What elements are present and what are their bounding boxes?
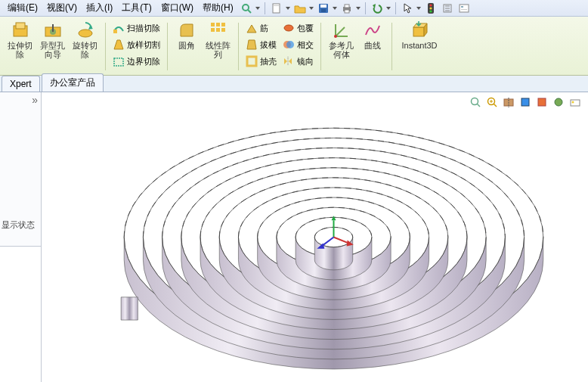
menubar: 编辑(E) 视图(V) 插入(I) 工具(T) 窗口(W) 帮助(H) (0, 0, 588, 17)
svg-rect-19 (16, 23, 25, 29)
svg-rect-8 (345, 5, 349, 8)
svg-rect-26 (216, 23, 220, 26)
new-doc-icon[interactable] (268, 2, 285, 15)
button-label: 旋转切 除 (73, 41, 97, 59)
svg-point-32 (284, 25, 293, 31)
svg-point-38 (334, 35, 337, 38)
chevron-down-icon[interactable] (416, 2, 422, 15)
svg-rect-39 (413, 27, 424, 36)
svg-line-65 (334, 238, 349, 244)
svg-line-37 (336, 27, 345, 36)
svg-rect-9 (345, 10, 349, 13)
linear-pattern-button[interactable]: 线性阵 列 (203, 20, 234, 73)
button-label: Instant3D (401, 41, 437, 50)
button-label: 相交 (297, 39, 314, 51)
chevron-down-icon[interactable] (385, 2, 392, 15)
shell-button[interactable]: 抽壳 (243, 53, 279, 70)
svg-rect-5 (320, 5, 326, 8)
menu-view[interactable]: 视图(V) (42, 0, 82, 16)
tab-office[interactable]: 办公室产品 (42, 73, 104, 92)
svg-point-13 (429, 10, 432, 12)
button-label: 参考几 何体 (329, 41, 354, 59)
svg-rect-16 (461, 6, 463, 8)
mirror-button[interactable]: 镜向 (280, 53, 316, 70)
svg-rect-29 (216, 28, 220, 32)
options-icon[interactable] (456, 2, 472, 15)
svg-point-11 (429, 4, 432, 6)
traffic-icon[interactable] (422, 2, 439, 15)
menu-tools[interactable]: 工具(T) (117, 0, 156, 16)
loft-cut-button[interactable]: 放样切割 (110, 36, 162, 53)
feature-tree-panel: » 显示状态 (0, 92, 42, 382)
svg-rect-23 (113, 30, 117, 33)
svg-rect-30 (221, 28, 225, 32)
tab-row: Xpert 办公室产品 (0, 76, 588, 92)
intersect-button[interactable]: 相交 (280, 36, 316, 53)
menu-insert[interactable]: 插入(I) (82, 0, 117, 16)
button-label: 线性阵 列 (206, 41, 231, 59)
ribbon-toolbar: 拉伸切 除 异型孔 向导 旋转切 除 扫描切除 放样切割 边界切除 圆角 线性阵… (0, 17, 588, 76)
main-area: » 显示状态 (0, 92, 588, 382)
svg-rect-17 (461, 9, 467, 10)
svg-point-12 (429, 7, 432, 9)
button-label: 镜向 (297, 56, 314, 67)
button-label: 拉伸切 除 (8, 41, 32, 59)
ref-geometry-button[interactable]: 参考几 何体 (326, 20, 357, 73)
svg-rect-15 (460, 5, 469, 12)
rebuild-icon[interactable] (439, 2, 456, 15)
button-label: 异型孔 向导 (40, 41, 65, 59)
svg-point-22 (79, 30, 92, 37)
button-label: 曲线 (364, 41, 381, 50)
curves-button[interactable]: 曲线 (358, 20, 387, 73)
tab-xpert[interactable]: Xpert (2, 76, 40, 92)
chevron-down-icon[interactable] (355, 2, 362, 15)
boundary-cut-button[interactable]: 边界切除 (110, 53, 162, 70)
select-icon[interactable] (399, 2, 416, 15)
collapse-icon[interactable]: » (32, 94, 38, 106)
draft-button[interactable]: 拔模 (243, 36, 279, 53)
svg-rect-6 (321, 9, 326, 12)
svg-rect-25 (211, 23, 215, 26)
svg-rect-31 (247, 57, 256, 66)
button-label: 拔模 (260, 39, 277, 51)
chevron-down-icon[interactable] (255, 2, 262, 15)
extrude-cut-button[interactable]: 拉伸切 除 (5, 20, 36, 73)
display-state-label: 显示状态 (2, 219, 35, 231)
sweep-cut-button[interactable]: 扫描切除 (110, 20, 162, 36)
svg-rect-24 (114, 58, 123, 66)
chevron-down-icon[interactable] (332, 2, 339, 15)
button-label: 抽壳 (260, 56, 277, 67)
button-label: 边界切除 (127, 56, 160, 67)
instant3d-button[interactable]: Instant3D (397, 20, 442, 73)
svg-rect-28 (211, 28, 215, 32)
open-icon[interactable] (292, 2, 308, 15)
chevron-down-icon[interactable] (285, 2, 292, 15)
button-label: 筋 (260, 23, 268, 34)
wrap-button[interactable]: 包覆 (280, 20, 316, 36)
graphics-viewport[interactable] (42, 92, 588, 382)
save-icon[interactable] (315, 2, 332, 15)
svg-point-0 (243, 5, 249, 11)
print-icon[interactable] (339, 2, 355, 15)
svg-rect-2 (273, 4, 280, 13)
button-label: 圆角 (178, 41, 195, 50)
menu-edit[interactable]: 编辑(E) (3, 0, 42, 16)
chevron-down-icon[interactable] (308, 2, 315, 15)
undo-icon[interactable] (369, 2, 385, 15)
svg-point-34 (286, 41, 294, 48)
rib-button[interactable]: 筋 (243, 20, 279, 36)
svg-rect-27 (221, 23, 225, 26)
panel-lower (0, 246, 41, 382)
svg-line-1 (248, 10, 251, 13)
spiral-svg (87, 100, 580, 374)
svg-rect-3 (274, 5, 279, 6)
search-icon[interactable] (238, 2, 255, 15)
hole-wizard-button[interactable]: 异型孔 向导 (37, 20, 68, 73)
button-label: 包覆 (297, 23, 314, 34)
button-label: 扫描切除 (127, 23, 160, 34)
menu-window[interactable]: 窗口(W) (156, 0, 198, 16)
menu-help[interactable]: 帮助(H) (198, 0, 238, 16)
spiral-model (87, 100, 580, 374)
fillet-button[interactable]: 圆角 (172, 20, 201, 73)
revolve-cut-button[interactable]: 旋转切 除 (70, 20, 101, 73)
